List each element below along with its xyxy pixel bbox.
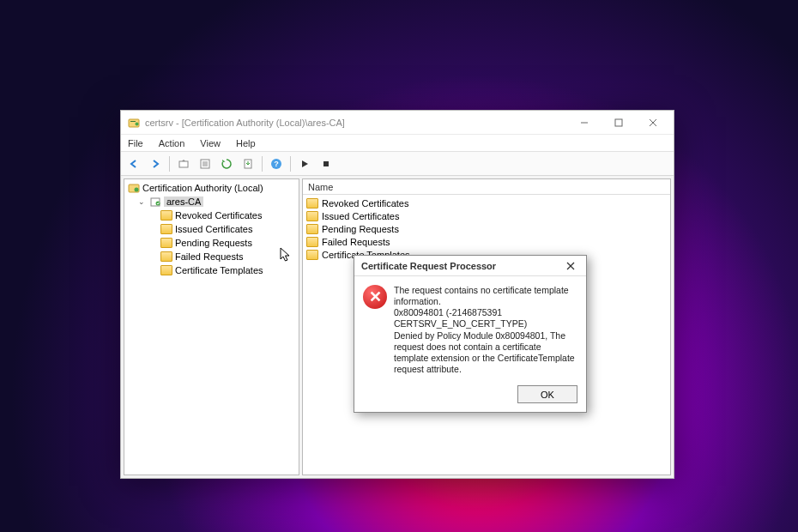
list-item-pending[interactable]: Pending Requests (305, 222, 668, 235)
svg-point-19 (156, 202, 160, 206)
error-dialog: Certificate Request Processor ✕ The requ… (354, 255, 587, 413)
ca-root-icon (128, 182, 140, 194)
svg-rect-15 (323, 161, 329, 166)
toolbar-separator (262, 156, 263, 172)
tree-pane[interactable]: Certification Authority (Local) ⌄ ares-C… (124, 178, 299, 475)
folder-icon (160, 238, 172, 248)
minimize-button[interactable] (567, 112, 602, 134)
folder-icon (160, 265, 172, 275)
toolbar-separator (290, 156, 291, 172)
tree-item-templates[interactable]: Certificate Templates (126, 263, 297, 277)
tree: Certification Authority (Local) ⌄ ares-C… (124, 179, 299, 279)
tree-item-label: Revoked Certificates (175, 210, 263, 221)
list-item-label: Revoked Certificates (322, 198, 409, 209)
folder-icon (306, 224, 318, 234)
tree-item-label: Pending Requests (175, 238, 252, 248)
tree-root[interactable]: Certification Authority (Local) (126, 181, 297, 195)
folder-icon (306, 237, 318, 247)
dialog-message: The request contains no certificate temp… (394, 285, 577, 375)
app-icon (128, 117, 140, 129)
properties-button[interactable] (196, 154, 215, 173)
export-button[interactable] (239, 154, 257, 173)
tree-item-label: Certificate Templates (175, 265, 263, 275)
expand-toggle-icon[interactable]: ⌄ (138, 197, 147, 206)
menubar: File Action View Help (121, 135, 674, 152)
list-item-failed[interactable]: Failed Requests (305, 235, 668, 248)
up-button[interactable] (174, 154, 193, 173)
window-title: certsrv - [Certification Authority (Loca… (145, 118, 567, 128)
stop-button[interactable] (317, 154, 336, 173)
tree-item-label: Issued Certificates (175, 224, 252, 234)
menu-file[interactable]: File (124, 136, 147, 150)
list-item-label: Issued Certificates (322, 211, 399, 221)
tree-ca-label: ares-CA (164, 196, 203, 207)
tree-item-pending[interactable]: Pending Requests (126, 236, 297, 250)
svg-point-17 (135, 188, 139, 192)
dialog-line3: Denied by Policy Module 0x80094801, The … (394, 330, 577, 376)
svg-rect-1 (130, 121, 136, 122)
folder-icon (306, 198, 318, 209)
toolbar: ? (121, 152, 674, 176)
list-item-label: Failed Requests (322, 237, 390, 247)
folder-icon (160, 224, 172, 234)
dialog-close-button[interactable] (559, 257, 583, 275)
play-button[interactable] (295, 154, 314, 173)
window-controls (567, 112, 670, 134)
back-button[interactable] (124, 154, 143, 173)
dialog-line2: 0x80094801 (-2146875391 CERTSRV_E_NO_CER… (394, 307, 577, 329)
window-titlebar[interactable]: certsrv - [Certification Authority (Loca… (121, 111, 674, 135)
list-body: Revoked Certificates Issued Certificates… (303, 195, 670, 263)
tree-item-label: Failed Requests (175, 251, 244, 262)
svg-text:?: ? (274, 160, 279, 168)
svg-point-2 (136, 122, 139, 125)
ok-button[interactable]: OK (517, 385, 577, 403)
list-item-label: Pending Requests (322, 224, 399, 234)
maximize-button[interactable] (602, 112, 636, 134)
folder-icon (306, 211, 318, 221)
error-icon: ✕ (363, 285, 387, 309)
toolbar-separator (169, 156, 170, 172)
dialog-body: ✕ The request contains no certificate te… (354, 276, 586, 380)
svg-rect-4 (615, 119, 622, 126)
help-button[interactable]: ? (267, 154, 286, 173)
list-item-issued[interactable]: Issued Certificates (305, 209, 668, 222)
ca-icon (149, 196, 161, 208)
folder-icon (306, 250, 318, 260)
close-button[interactable] (636, 112, 670, 134)
tree-root-label: Certification Authority (Local) (142, 183, 263, 193)
tree-item-issued[interactable]: Issued Certificates (126, 222, 297, 236)
list-item-revoked[interactable]: Revoked Certificates (305, 196, 668, 209)
tree-ca[interactable]: ⌄ ares-CA (126, 195, 297, 209)
folder-icon (160, 210, 172, 221)
svg-rect-7 (179, 161, 188, 167)
menu-action[interactable]: Action (155, 136, 189, 150)
tree-item-revoked[interactable]: Revoked Certificates (126, 209, 297, 222)
forward-button[interactable] (146, 154, 165, 173)
list-column-name[interactable]: Name (303, 179, 670, 195)
folder-icon (160, 251, 172, 262)
dialog-titlebar[interactable]: Certificate Request Processor (354, 256, 586, 276)
menu-view[interactable]: View (196, 136, 224, 150)
dialog-line1: The request contains no certificate temp… (394, 285, 577, 307)
tree-item-failed[interactable]: Failed Requests (126, 250, 297, 263)
menu-help[interactable]: Help (233, 136, 259, 150)
dialog-title: Certificate Request Processor (361, 261, 496, 271)
dialog-actions: OK (354, 380, 586, 412)
refresh-button[interactable] (217, 154, 236, 173)
